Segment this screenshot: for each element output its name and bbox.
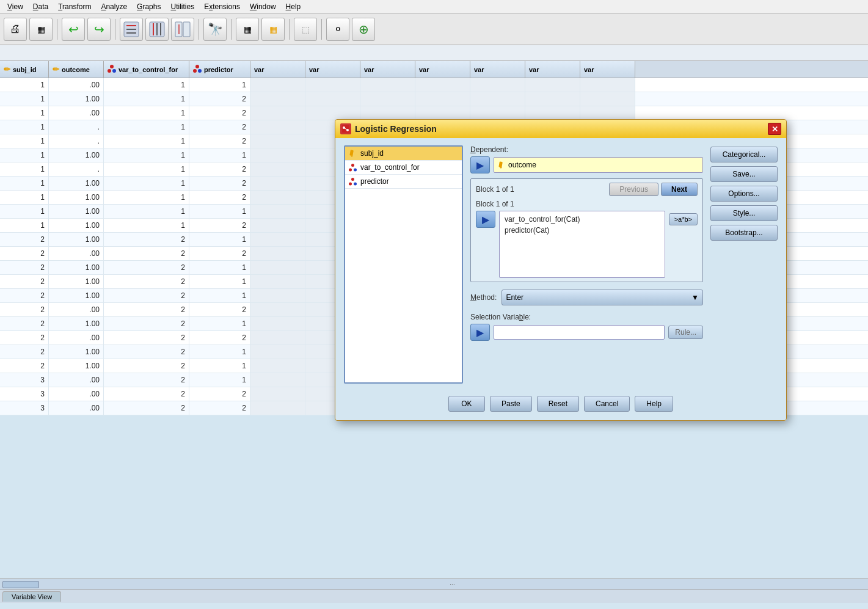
merge-button[interactable]: ⚬	[326, 18, 349, 41]
data-cell[interactable]: 3	[0, 373, 49, 387]
data-editor-button[interactable]: ▦	[236, 18, 259, 41]
data-cell[interactable]: 2	[104, 373, 189, 387]
data-cell[interactable]: 1	[0, 205, 49, 218]
menu-analyze[interactable]: Analyze	[96, 1, 132, 12]
data-cell[interactable]: .00	[49, 247, 104, 260]
data-cell[interactable]: 1.00	[49, 205, 104, 218]
goto-case-button[interactable]	[120, 18, 143, 41]
data-cell[interactable]: .00	[49, 331, 104, 345]
menu-data[interactable]: Data	[28, 1, 53, 12]
data-cell[interactable]: 1	[189, 148, 250, 162]
data-cell[interactable]: 1	[104, 191, 189, 204]
menu-transform[interactable]: Transform	[53, 1, 96, 12]
data-cell[interactable]: 1	[104, 106, 189, 120]
var-item-predictor[interactable]: predictor	[345, 175, 462, 189]
data-cell[interactable]: 1	[189, 317, 250, 330]
data-cell[interactable]: 1	[104, 148, 189, 162]
col-header-var1[interactable]: var	[250, 61, 305, 78]
categorical----button[interactable]: Categorical...	[710, 147, 778, 162]
data-cell[interactable]: 2	[104, 331, 189, 345]
covariate-item[interactable]: predictor(Cat)	[502, 225, 662, 236]
data-cell[interactable]: 1	[0, 162, 49, 176]
var-item-var-to-control[interactable]: var_to_control_for	[345, 161, 462, 175]
data-cell[interactable]: 1.00	[49, 275, 104, 288]
data-cell[interactable]: .00	[49, 303, 104, 316]
variable-list-box[interactable]: subj_id var_to_control_for	[344, 145, 463, 384]
data-cell[interactable]: 2	[0, 233, 49, 246]
data-cell[interactable]: 1	[0, 92, 49, 106]
data-cell[interactable]: .	[49, 134, 104, 148]
data-cell[interactable]: 1	[0, 78, 49, 92]
col-header-var2[interactable]: var	[305, 61, 360, 78]
table-row[interactable]: 11.0012	[0, 92, 868, 106]
save----button[interactable]: Save...	[710, 166, 778, 182]
data-cell[interactable]: 2	[0, 359, 49, 373]
data-cell[interactable]: 2	[0, 303, 49, 316]
insert-var-button[interactable]: ⊕	[352, 18, 375, 41]
data-cell[interactable]: 2	[189, 387, 250, 401]
data-cell[interactable]: 1	[0, 219, 49, 232]
data-cell[interactable]: 2	[104, 345, 189, 359]
next-button[interactable]: Next	[661, 183, 698, 196]
ok-button[interactable]: OK	[448, 396, 485, 412]
menu-utilities[interactable]: Utilities	[166, 1, 199, 12]
col-header-var3[interactable]: var	[360, 61, 415, 78]
data-cell[interactable]: 1	[104, 78, 189, 92]
data-cell[interactable]: 1	[0, 148, 49, 162]
data-cell[interactable]: 1	[104, 92, 189, 106]
data-cell[interactable]: 2	[0, 317, 49, 330]
data-cell[interactable]: 1.00	[49, 148, 104, 162]
data-cell[interactable]: 1	[104, 120, 189, 134]
options----button[interactable]: Options...	[710, 186, 778, 202]
covariates-box[interactable]: var_to_control_for(Cat)predictor(Cat)	[499, 211, 665, 278]
data-cell[interactable]: .00	[49, 78, 104, 92]
reset-button[interactable]: Reset	[537, 396, 579, 412]
data-cell[interactable]: 2	[189, 191, 250, 204]
data-cell[interactable]: 1	[0, 134, 49, 148]
data-cell[interactable]: 2	[0, 247, 49, 260]
data-cell[interactable]: 1	[0, 177, 49, 190]
menu-window[interactable]: Window	[245, 1, 281, 12]
data-cell[interactable]: 2	[104, 387, 189, 401]
rule-button[interactable]: Rule...	[668, 326, 703, 339]
dependent-field[interactable]: outcome	[494, 157, 703, 173]
logistic-regression-dialog[interactable]: Logistic Regression ✕ subj_id	[335, 119, 787, 421]
data-cell[interactable]: 1.00	[49, 289, 104, 302]
table-row[interactable]: 1.0011	[0, 78, 868, 92]
data-cell[interactable]: 1.00	[49, 177, 104, 190]
data-view-button[interactable]: ▦	[29, 18, 53, 41]
horizontal-scrollbar[interactable]: ···	[0, 578, 868, 589]
data-cell[interactable]: 2	[189, 247, 250, 260]
data-cell[interactable]: 2	[104, 401, 189, 415]
method-select[interactable]: Enter ▼	[501, 290, 703, 305]
data-cell[interactable]: 2	[189, 331, 250, 345]
col-header-var4[interactable]: var	[415, 61, 470, 78]
covariate-item[interactable]: var_to_control_for(Cat)	[502, 214, 662, 225]
col-header-subj-id[interactable]: ✏ subj_id	[0, 61, 49, 78]
data-cell[interactable]: 1	[104, 134, 189, 148]
data-cell[interactable]: 2	[189, 134, 250, 148]
data-cell[interactable]: 2	[104, 275, 189, 288]
data-cell[interactable]: 1.00	[49, 233, 104, 246]
var-item-subj-id[interactable]: subj_id	[345, 147, 462, 161]
data-cell[interactable]: 3	[0, 387, 49, 401]
col-header-predictor[interactable]: predictor	[189, 61, 250, 78]
data-cell[interactable]: 2	[189, 303, 250, 316]
tab-variable-view[interactable]: Variable View	[2, 591, 61, 602]
data-cell[interactable]: 1	[0, 120, 49, 134]
data-cell[interactable]: 2	[104, 359, 189, 373]
data-cell[interactable]: 2	[0, 345, 49, 359]
data-cell[interactable]: 2	[104, 261, 189, 274]
data-cell[interactable]: 2	[104, 247, 189, 260]
data-cell[interactable]: .00	[49, 373, 104, 387]
col-header-var5[interactable]: var	[470, 61, 525, 78]
find-button[interactable]: 🔭	[203, 18, 227, 41]
data-cell[interactable]: 1	[0, 106, 49, 120]
data-cell[interactable]: 1	[104, 205, 189, 218]
data-cell[interactable]: 2	[0, 275, 49, 288]
data-cell[interactable]: 1.00	[49, 92, 104, 106]
scroll-thumb[interactable]	[2, 581, 39, 588]
table-row[interactable]: 1.0012	[0, 106, 868, 120]
data-cell[interactable]: .00	[49, 106, 104, 120]
data-cell[interactable]: 1.00	[49, 261, 104, 274]
